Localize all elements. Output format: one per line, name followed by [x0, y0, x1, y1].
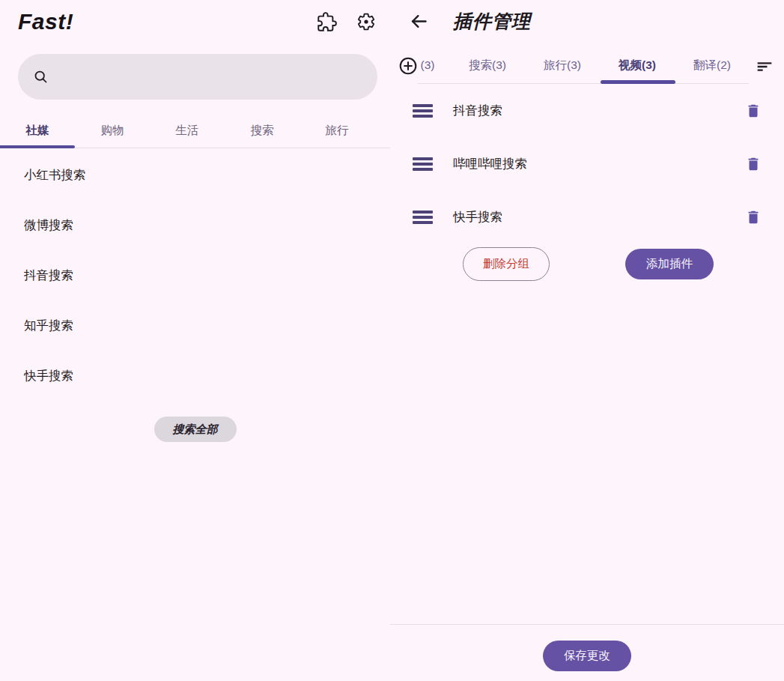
tab-travel[interactable]: 旅行 [300, 112, 374, 148]
list-item[interactable]: 小红书搜索 [0, 150, 390, 200]
drag-handle-icon[interactable] [413, 157, 433, 172]
list-item[interactable]: 知乎搜索 [0, 300, 390, 351]
plugin-manager-panel: 插件管理 (3) 搜索(3) 旅行(3) 视频(3) 翻译(2) 抖音搜索 [390, 0, 784, 681]
tab-shopping[interactable]: 购物 [75, 112, 150, 148]
search-plugin-list: 小红书搜索 微博搜索 抖音搜索 知乎搜索 快手搜索 [0, 150, 390, 401]
tab-search[interactable]: 搜索 [225, 112, 300, 148]
gear-icon[interactable] [356, 11, 377, 32]
delete-group-button[interactable]: 删除分组 [463, 247, 550, 281]
page-title: 插件管理 [453, 9, 531, 34]
plugin-label: 抖音搜索 [453, 103, 502, 119]
home-header: Fast! [18, 6, 377, 37]
home-tab-bar: 社媒 购物 生活 搜索 旅行 [0, 112, 390, 148]
trash-icon[interactable] [745, 155, 762, 173]
group-actions-row: 删除分组 添加插件 [390, 247, 784, 282]
home-panel: Fast! 社媒 购物 生活 搜索 旅行 小红 [0, 0, 390, 681]
group-plugin-list: 抖音搜索 哔哩哔哩搜索 快手搜索 [390, 84, 784, 243]
add-plugin-button[interactable]: 添加插件 [625, 249, 714, 279]
search-bar[interactable] [18, 54, 377, 100]
plugin-row: 哔哩哔哩搜索 [390, 137, 784, 190]
group-tab-partial[interactable]: (3) [405, 49, 450, 81]
extension-icon[interactable] [316, 11, 337, 32]
group-tab-travel[interactable]: 旅行(3) [525, 49, 600, 81]
trash-icon[interactable] [745, 208, 762, 226]
group-tab-video[interactable]: 视频(3) [600, 49, 675, 81]
plugin-manager-header: 插件管理 [407, 6, 531, 36]
sort-icon[interactable] [754, 56, 775, 77]
group-tab-translate[interactable]: 翻译(2) [675, 49, 750, 81]
group-tab-bar: (3) 搜索(3) 旅行(3) 视频(3) 翻译(2) [390, 49, 784, 84]
list-item[interactable]: 抖音搜索 [0, 250, 390, 300]
search-icon [33, 69, 49, 85]
search-all-button[interactable]: 搜索全部 [154, 417, 237, 442]
plugin-label: 哔哩哔哩搜索 [453, 156, 527, 172]
group-tab-search[interactable]: 搜索(3) [450, 49, 525, 81]
tab-indicator [0, 145, 75, 148]
plugin-label: 快手搜索 [453, 209, 502, 226]
plugin-row: 快手搜索 [390, 190, 784, 243]
trash-icon[interactable] [745, 102, 762, 120]
plugin-row: 抖音搜索 [390, 84, 784, 137]
search-input[interactable] [59, 70, 362, 85]
drag-handle-icon[interactable] [413, 103, 433, 118]
tab-social[interactable]: 社媒 [0, 112, 75, 148]
bottom-divider [390, 624, 784, 625]
list-item[interactable]: 微博搜索 [0, 200, 390, 250]
app-title: Fast! [18, 9, 73, 34]
drag-handle-icon[interactable] [413, 210, 433, 225]
back-arrow-icon[interactable] [407, 9, 431, 33]
tab-life[interactable]: 生活 [150, 112, 225, 148]
save-changes-button[interactable]: 保存更改 [543, 641, 631, 671]
list-item[interactable]: 快手搜索 [0, 351, 390, 401]
